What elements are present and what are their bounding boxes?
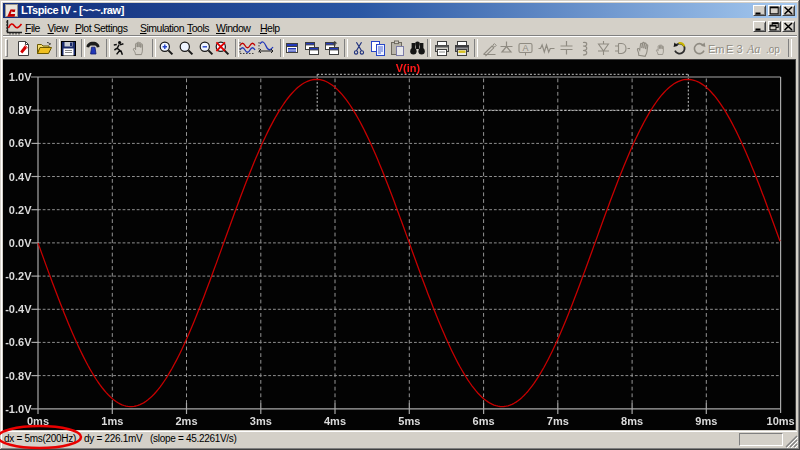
svg-text:-0.2V: -0.2V (5, 270, 32, 282)
svg-text:-1.0V: -1.0V (5, 403, 32, 415)
svg-text:0.0V: 0.0V (9, 237, 32, 249)
svg-text:A: A (522, 43, 528, 53)
svg-text:5ms: 5ms (398, 415, 420, 427)
svg-text:V(in): V(in) (396, 62, 421, 74)
svg-text:6ms: 6ms (473, 415, 495, 427)
svg-text:-0.6V: -0.6V (5, 336, 32, 348)
svg-text:1ms: 1ms (101, 415, 123, 427)
svg-text:-0.8V: -0.8V (5, 370, 32, 382)
svg-text:4ms: 4ms (324, 415, 346, 427)
svg-text:2ms: 2ms (175, 415, 197, 427)
svg-text:3ms: 3ms (250, 415, 272, 427)
svg-text:8ms: 8ms (621, 415, 643, 427)
svg-text:-0.4V: -0.4V (5, 303, 32, 315)
svg-text:1.0V: 1.0V (9, 71, 32, 83)
svg-text:10ms: 10ms (767, 415, 795, 427)
svg-text:0.8V: 0.8V (9, 104, 32, 116)
svg-text:7ms: 7ms (547, 415, 569, 427)
svg-text:0ms: 0ms (27, 415, 49, 427)
svg-text:9ms: 9ms (695, 415, 717, 427)
svg-text:0.4V: 0.4V (9, 171, 32, 183)
svg-text:0.6V: 0.6V (9, 137, 32, 149)
svg-text:0.2V: 0.2V (9, 204, 32, 216)
